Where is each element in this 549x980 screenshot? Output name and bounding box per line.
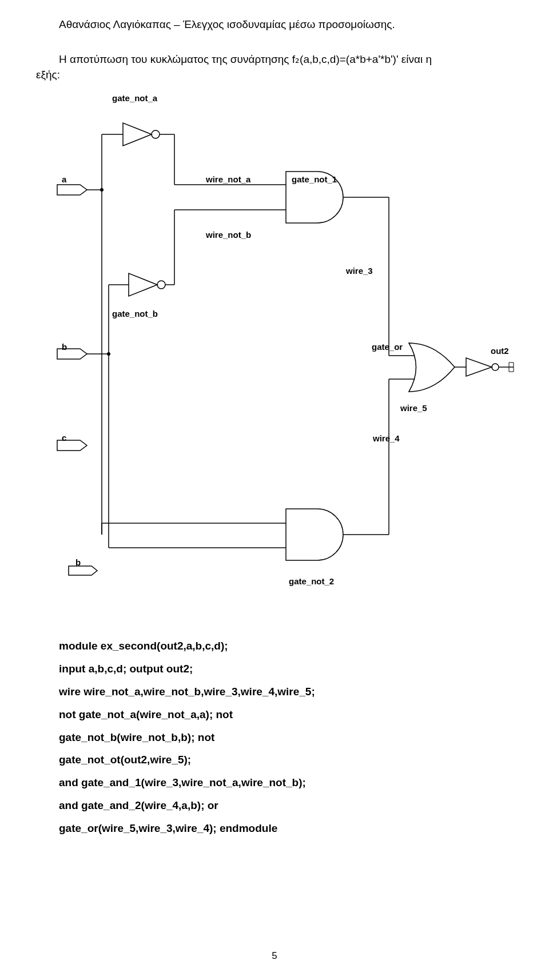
label-wire-5: wire_5 bbox=[400, 403, 427, 413]
label-gate-not-2: gate_not_2 bbox=[289, 576, 334, 586]
svg-point-8 bbox=[100, 188, 104, 192]
label-out2: out2 bbox=[491, 346, 509, 356]
diagram-svg bbox=[34, 91, 515, 612]
code-line: not gate_not_a(wire_not_a,a); not bbox=[59, 703, 315, 726]
label-gate-not-1: gate_not_1 bbox=[292, 174, 337, 184]
verilog-code: module ex_second(out2,a,b,c,d); input a,… bbox=[59, 635, 315, 840]
intro-text-line2: εξής: bbox=[36, 69, 60, 81]
code-line: gate_not_b(wire_not_b,b); not bbox=[59, 726, 315, 749]
label-gate-not-b: gate_not_b bbox=[112, 309, 158, 318]
code-line: and gate_and_1(wire_3,wire_not_a,wire_no… bbox=[59, 771, 315, 794]
code-line: module ex_second(out2,a,b,c,d); bbox=[59, 635, 315, 658]
label-wire-3: wire_3 bbox=[346, 266, 373, 276]
page-number: 5 bbox=[272, 950, 277, 962]
label-c: c bbox=[62, 433, 66, 443]
code-line: wire wire_not_a,wire_not_b,wire_3,wire_4… bbox=[59, 680, 315, 703]
label-wire-not-b: wire_not_b bbox=[206, 230, 251, 240]
code-line: input a,b,c,d; output out2; bbox=[59, 658, 315, 680]
code-line: gate_not_ot(out2,wire_5); bbox=[59, 748, 315, 771]
label-b: b bbox=[62, 342, 67, 352]
svg-point-13 bbox=[157, 281, 165, 289]
intro-text-line1: Η αποτύπωση του κυκλώματος της συνάρτηση… bbox=[59, 49, 492, 69]
code-line: and gate_and_2(wire_4,a,b); or bbox=[59, 794, 315, 817]
page-header: Αθανάσιος Λαγιόκαπας – Έλεγχος ισοδυναμί… bbox=[59, 18, 395, 31]
svg-point-28 bbox=[107, 352, 110, 356]
label-gate-not-a: gate_not_a bbox=[112, 93, 157, 103]
label-wire-4: wire_4 bbox=[373, 433, 400, 443]
code-line: gate_or(wire_5,wire_3,wire_4); endmodule bbox=[59, 817, 315, 840]
label-b-bottom: b bbox=[75, 557, 81, 567]
svg-point-4 bbox=[152, 130, 160, 138]
label-a: a bbox=[62, 174, 66, 184]
label-gate-or: gate_or bbox=[372, 342, 403, 352]
label-wire-not-a: wire_not_a bbox=[206, 174, 250, 184]
circuit-diagram: gate_not_a a wire_not_a gate_not_1 wire_… bbox=[34, 91, 515, 612]
